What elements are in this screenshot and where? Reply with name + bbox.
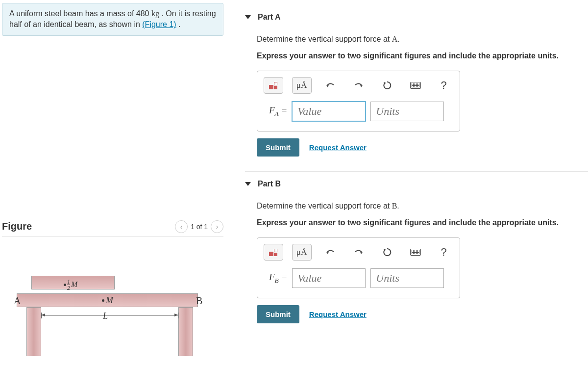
part-a-request-answer-link[interactable]: Request Answer [309, 143, 367, 152]
units-tool-button[interactable]: μÅ [292, 244, 312, 261]
part-a-answer-box: μÅ ? FA = [257, 71, 460, 131]
units-tool-button[interactable]: μÅ [292, 77, 312, 94]
beam-diagram: A B 12 M M L [12, 276, 198, 359]
part-a-title: Part A [258, 13, 281, 22]
part-b-request-answer-link[interactable]: Request Answer [309, 310, 367, 318]
label-a: A [14, 295, 21, 307]
part-a-prompt: Determine the vertical support force at … [257, 33, 588, 45]
figure-link[interactable]: (Figure 1) [142, 20, 176, 28]
part-b-value-input[interactable] [292, 268, 366, 288]
part-b-title: Part B [258, 180, 281, 188]
part-b-var-label: FB = [269, 272, 287, 285]
keyboard-button[interactable] [406, 77, 425, 94]
part-b-instruction: Express your answer to two significant f… [257, 217, 588, 229]
redo-button[interactable] [349, 244, 368, 261]
reset-button[interactable] [377, 244, 397, 261]
undo-button[interactable] [320, 77, 340, 94]
problem-text-post: . [178, 20, 180, 28]
part-b-answer-box: μÅ ? FB = [257, 237, 460, 298]
part-a-var-label: FA = [269, 105, 287, 118]
figure-title: Figure [2, 221, 32, 232]
part-a-submit-button[interactable]: Submit [257, 138, 299, 157]
part-a-instruction: Express your answer to two significant f… [257, 50, 588, 62]
help-button[interactable]: ? [434, 244, 454, 261]
template-tool-button[interactable] [264, 77, 283, 94]
label-m: M [102, 295, 113, 306]
collapse-icon [245, 15, 251, 19]
template-tool-button[interactable] [264, 244, 283, 261]
undo-button[interactable] [320, 244, 340, 261]
part-a-header[interactable]: Part A [245, 5, 588, 28]
help-button[interactable]: ? [434, 77, 454, 94]
part-b-header[interactable]: Part B [245, 171, 588, 195]
label-l: L [103, 311, 108, 321]
figure-next-button[interactable]: › [211, 220, 223, 233]
figure-counter: 1 of 1 [191, 223, 208, 231]
collapse-icon [245, 182, 251, 186]
part-b-prompt: Determine the vertical support force at … [257, 200, 588, 212]
problem-unit: kg [151, 9, 159, 18]
label-b: B [196, 295, 202, 307]
problem-text: A uniform steel beam has a mass of 480 [9, 9, 151, 18]
label-half-m: 12 M [64, 279, 77, 291]
problem-statement: A uniform steel beam has a mass of 480 k… [2, 3, 223, 36]
part-b-units-input[interactable] [370, 268, 444, 288]
part-a-units-input[interactable] [370, 102, 444, 121]
part-a-value-input[interactable] [292, 102, 366, 121]
figure-prev-button[interactable]: ‹ [175, 220, 188, 233]
reset-button[interactable] [377, 77, 397, 94]
redo-button[interactable] [349, 77, 368, 94]
keyboard-button[interactable] [406, 244, 425, 261]
part-b-submit-button[interactable]: Submit [257, 305, 299, 323]
